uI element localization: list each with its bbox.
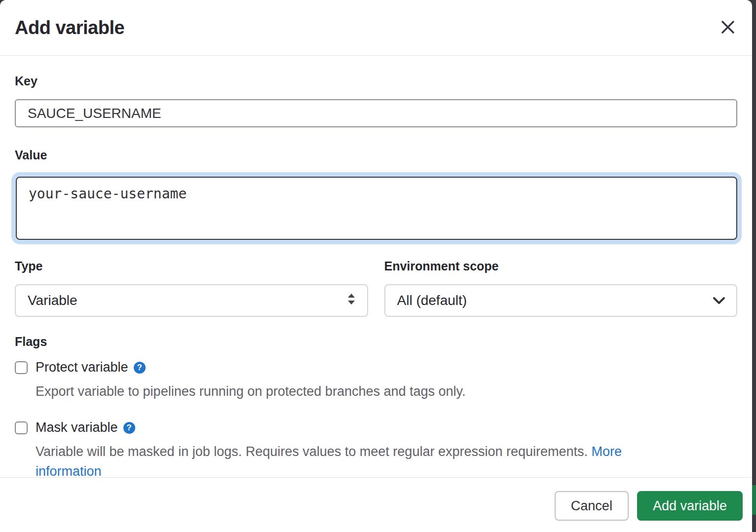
chevron-down-icon [713,293,725,308]
protect-variable-flag: Protect variable ? Export variable to pi… [15,360,737,401]
close-icon [720,20,735,36]
environment-scope-column: Environment scope All (default) [384,259,738,317]
mask-variable-row: Mask variable ? [15,420,737,435]
value-label: Value [15,148,737,162]
type-column: Type Variable [15,259,368,317]
modal-footer: Cancel Add variable [0,477,752,532]
mask-variable-flag: Mask variable ? Variable will be masked … [15,420,737,481]
add-variable-modal: Add variable Key Value your-sauce-userna… [0,0,752,532]
type-label: Type [15,259,368,273]
chevron-up-down-icon [346,292,356,309]
protect-variable-row: Protect variable ? [15,360,737,375]
modal-title: Add variable [15,17,124,38]
key-input[interactable] [15,99,737,127]
environment-scope-label: Environment scope [384,259,738,273]
page-backdrop-button-sliver [752,485,756,515]
type-and-scope-row: Type Variable Environment scope All (def… [15,259,737,317]
question-mark-circle-icon[interactable]: ? [123,422,135,434]
value-textarea[interactable]: your-sauce-username [16,177,737,240]
mask-variable-description-text: Variable will be masked in job logs. Req… [36,444,588,459]
add-variable-button[interactable]: Add variable [637,491,743,521]
environment-scope-select[interactable]: All (default) [384,284,738,317]
modal-body: Key Value your-sauce-username Type Varia… [0,74,752,481]
page-backdrop-strip [752,0,756,532]
flags-heading: Flags [15,335,737,349]
environment-scope-selected-value: All (default) [397,293,467,308]
mask-variable-label[interactable]: Mask variable [36,420,118,435]
mask-variable-description: Variable will be masked in job logs. Req… [36,442,677,481]
cancel-button[interactable]: Cancel [555,491,629,521]
protect-variable-description: Export variable to pipelines running on … [36,381,737,401]
protect-variable-label[interactable]: Protect variable [36,360,128,375]
value-field-focus-ring: your-sauce-username [15,172,737,245]
key-label: Key [15,74,737,88]
question-mark-circle-icon[interactable]: ? [134,362,146,374]
type-select[interactable]: Variable [15,284,368,317]
mask-variable-checkbox[interactable] [15,421,28,434]
modal-header: Add variable [0,0,752,56]
type-selected-value: Variable [28,293,77,308]
protect-variable-checkbox[interactable] [15,361,28,374]
close-button[interactable] [717,17,739,38]
